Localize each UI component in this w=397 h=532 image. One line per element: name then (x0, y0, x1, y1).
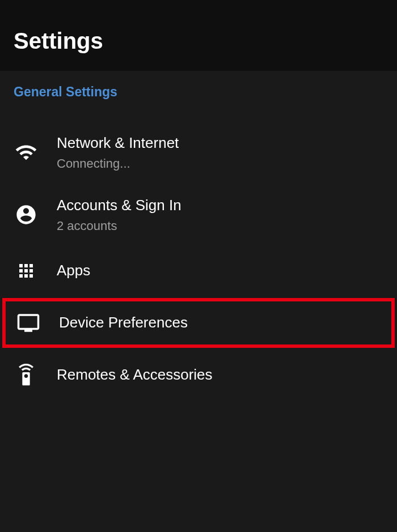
account-icon (14, 202, 39, 227)
item-title: Accounts & Sign In (57, 196, 181, 215)
item-title: Remotes & Accessories (57, 365, 213, 385)
page-title: Settings (14, 28, 383, 54)
settings-item-remotes[interactable]: Remotes & Accessories (0, 350, 397, 400)
item-title: Apps (57, 261, 90, 280)
tv-icon (16, 310, 41, 335)
item-text: Apps (57, 261, 90, 280)
item-text: Device Preferences (59, 313, 188, 333)
settings-item-network[interactable]: Network & Internet Connecting... (0, 121, 397, 184)
item-text: Network & Internet Connecting... (57, 134, 179, 171)
wifi-icon (14, 140, 39, 165)
settings-content: General Settings Network & Internet Conn… (0, 71, 397, 400)
header: Settings (0, 0, 397, 71)
settings-item-accounts[interactable]: Accounts & Sign In 2 accounts (0, 184, 397, 246)
section-header: General Settings (0, 71, 397, 110)
item-title: Device Preferences (59, 313, 188, 333)
item-subtitle: 2 accounts (57, 219, 181, 233)
settings-item-apps[interactable]: Apps (0, 246, 397, 296)
item-text: Remotes & Accessories (57, 365, 213, 385)
settings-list: Network & Internet Connecting... Account… (0, 110, 397, 400)
item-subtitle: Connecting... (57, 156, 179, 171)
remote-icon (14, 363, 39, 388)
settings-item-device-preferences[interactable]: Device Preferences (2, 298, 395, 348)
item-title: Network & Internet (57, 134, 179, 153)
item-text: Accounts & Sign In 2 accounts (57, 196, 181, 233)
apps-icon (14, 258, 39, 283)
